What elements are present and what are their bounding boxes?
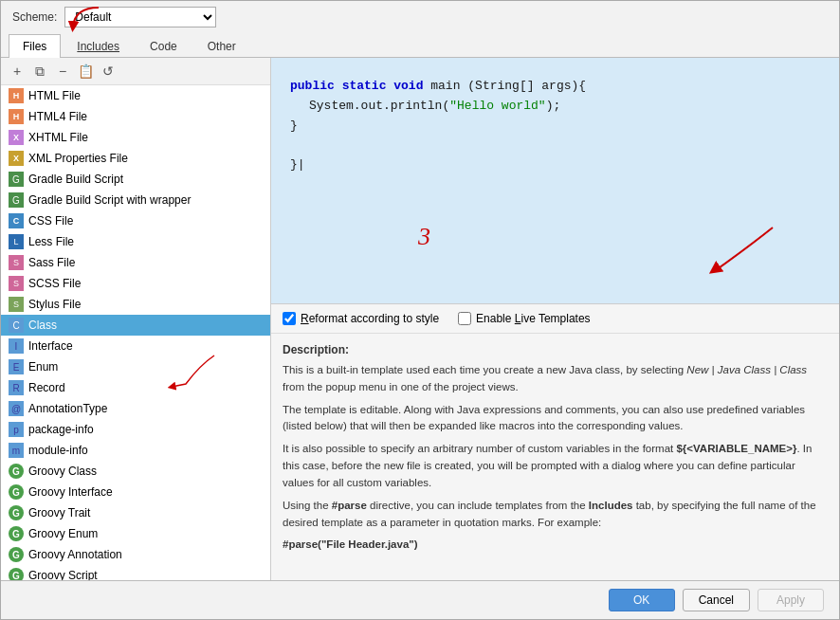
list-item[interactable]: S Sass File (1, 252, 270, 273)
cancel-button[interactable]: Cancel (683, 589, 750, 611)
list-item[interactable]: L Less File (1, 231, 270, 252)
live-templates-label: Enable Live Templates (476, 312, 591, 325)
rename-template-button[interactable]: 📋 (75, 61, 96, 82)
groovy-annotation-icon: G (9, 547, 24, 562)
reformat-checkbox[interactable] (283, 312, 296, 325)
groovy-script-icon: G (9, 568, 24, 580)
groovy-class-icon: G (9, 464, 24, 479)
list-item-module-info[interactable]: m module-info (1, 440, 270, 461)
tabs-row: Files Includes Code Other (1, 33, 839, 58)
desc-para-3: It is also possible to specify an arbitr… (283, 441, 828, 491)
list-item[interactable]: X XML Properties File (1, 148, 270, 169)
list-item-package-info[interactable]: p package-info (1, 419, 270, 440)
code-line-4 (290, 136, 820, 155)
reformat-checkbox-label[interactable]: Reformat according to style (283, 312, 439, 325)
groovy-interface-icon: G (9, 484, 24, 500)
arrow-annotation (697, 218, 782, 284)
code-line-5: }| (290, 155, 820, 175)
list-item-groovy-interface[interactable]: G Groovy Interface (1, 482, 270, 502)
list-item-groovy-enum[interactable]: G Groovy Enum (1, 523, 270, 544)
reset-template-button[interactable]: ↺ (98, 61, 119, 82)
desc-para-5: #parse("File Header.java") (283, 537, 828, 554)
interface-icon: I (9, 338, 24, 354)
list-item-groovy-class[interactable]: G Groovy Class (1, 461, 270, 482)
add-template-button[interactable]: + (7, 61, 27, 82)
list-item-annotation[interactable]: @ AnnotationType (1, 398, 270, 419)
tab-other[interactable]: Other (193, 34, 250, 58)
list-item[interactable]: H HTML File (1, 85, 270, 106)
list-item-groovy-annotation[interactable]: G Groovy Annotation (1, 544, 270, 565)
enum-icon: E (9, 359, 24, 374)
groovy-trait-icon: G (9, 505, 24, 520)
live-templates-checkbox[interactable] (458, 312, 471, 325)
list-item-class[interactable]: C Class (1, 315, 270, 336)
stylus-icon: S (9, 297, 24, 312)
desc-para-1: This is a built-in template used each ti… (283, 362, 828, 396)
scheme-label: Scheme: (12, 10, 57, 24)
list-item-interface[interactable]: I Interface (1, 336, 270, 356)
description-area: Description: This is a built-in template… (271, 334, 839, 580)
options-row: Reformat according to style Enable Live … (271, 304, 839, 334)
description-title: Description: (283, 343, 828, 356)
scheme-row: Scheme: Default (1, 1, 839, 33)
record-icon: R (9, 380, 24, 395)
list-item[interactable]: S SCSS File (1, 273, 270, 294)
left-panel: + ⧉ − 📋 ↺ H HTML File H HTML4 File X (1, 58, 271, 580)
code-line-3: } (290, 117, 820, 137)
list-item[interactable]: G Gradle Build Script with wrapper (1, 190, 270, 210)
annotation-icon: @ (9, 401, 24, 416)
main-content: + ⧉ − 📋 ↺ H HTML File H HTML4 File X (1, 58, 839, 580)
scss-icon: S (9, 276, 24, 291)
list-item[interactable]: G Gradle Build Script (1, 169, 270, 190)
tab-includes[interactable]: Includes (63, 34, 134, 58)
list-item-record[interactable]: R Record (1, 377, 270, 398)
number-annotation: 3 (418, 223, 430, 251)
right-panel: public static void main (String[] args){… (271, 58, 839, 580)
module-info-icon: m (9, 443, 24, 458)
apply-button[interactable]: Apply (758, 589, 824, 611)
code-line-1: public static void main (String[] args){ (290, 77, 820, 97)
desc-para-2: The template is editable. Along with Jav… (283, 402, 828, 436)
list-item-groovy-script[interactable]: G Groovy Script (1, 565, 270, 580)
ok-button[interactable]: OK (609, 589, 675, 611)
gradle-wrapper-icon: G (9, 192, 24, 208)
tab-code[interactable]: Code (136, 34, 192, 58)
tab-files[interactable]: Files (9, 34, 61, 58)
list-item[interactable]: X XHTML File (1, 127, 270, 148)
scheme-select[interactable]: Default (64, 7, 216, 27)
list-item-groovy-trait[interactable]: G Groovy Trait (1, 502, 270, 523)
reformat-label: Reformat according to style (301, 312, 439, 325)
code-content: public static void main (String[] args){… (271, 58, 839, 194)
description-text: This is a built-in template used each ti… (283, 362, 828, 554)
css-icon: C (9, 213, 24, 228)
code-preview: public static void main (String[] args){… (271, 58, 839, 304)
sass-icon: S (9, 255, 24, 270)
list-item-enum[interactable]: E Enum (1, 356, 270, 377)
file-list-toolbar: + ⧉ − 📋 ↺ (1, 58, 270, 85)
xml-icon: X (9, 151, 24, 166)
class-icon: C (9, 318, 24, 333)
bottom-bar: OK Cancel Apply (1, 580, 839, 619)
package-info-icon: p (9, 422, 24, 437)
html4-icon: H (9, 109, 24, 124)
copy-template-button[interactable]: ⧉ (29, 61, 50, 82)
code-line-2: System.out.println("Hello world"); (309, 97, 820, 117)
file-list: H HTML File H HTML4 File X XHTML File X … (1, 85, 270, 580)
list-item[interactable]: S Stylus File (1, 294, 270, 315)
desc-para-4: Using the #parse directive, you can incl… (283, 498, 828, 532)
dialog: Scheme: Default Files Includes Code Othe… (0, 0, 840, 620)
list-item[interactable]: C CSS File (1, 210, 270, 231)
html-icon: H (9, 88, 24, 103)
groovy-enum-icon: G (9, 526, 24, 541)
xhtml-icon: X (9, 130, 24, 145)
less-icon: L (9, 234, 24, 249)
remove-template-button[interactable]: − (52, 61, 73, 82)
list-item[interactable]: H HTML4 File (1, 106, 270, 127)
live-templates-checkbox-label[interactable]: Enable Live Templates (458, 312, 591, 325)
gradle-icon: G (9, 172, 24, 187)
